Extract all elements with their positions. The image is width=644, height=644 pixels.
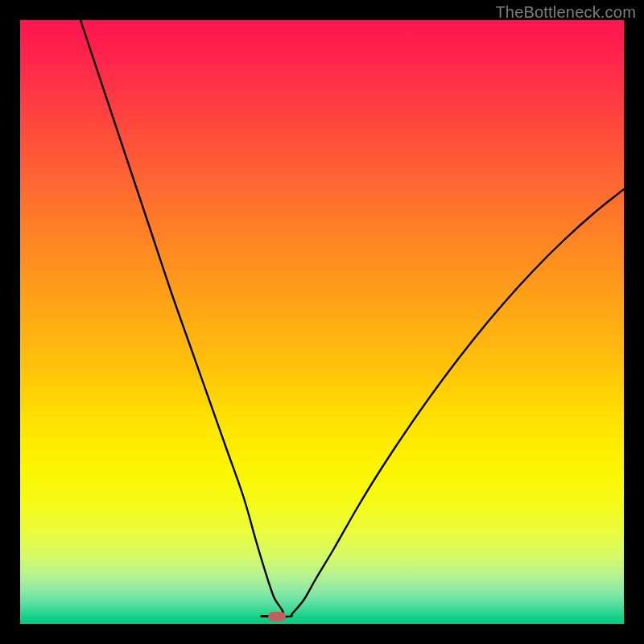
chart-stage: TheBottleneck.com xyxy=(0,0,644,644)
watermark-text: TheBottleneck.com xyxy=(495,3,636,22)
plot-area xyxy=(20,20,624,624)
curve-path xyxy=(80,20,624,617)
optimal-marker xyxy=(268,612,286,621)
bottleneck-curve xyxy=(20,20,624,624)
